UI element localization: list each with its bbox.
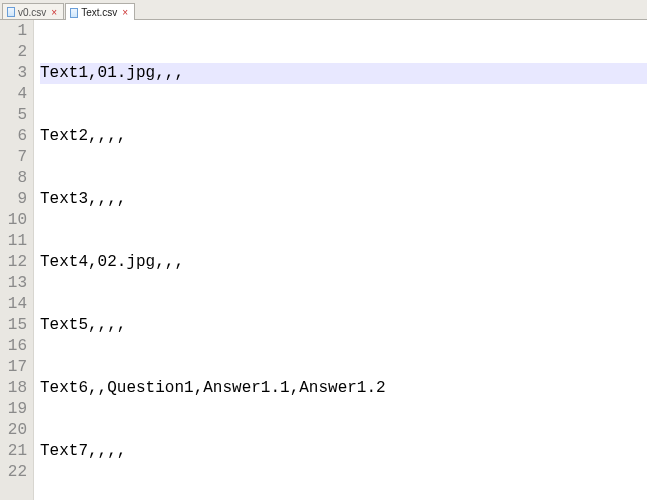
line-number: 11 — [0, 231, 27, 252]
line-number: 15 — [0, 315, 27, 336]
code-line[interactable]: Text6,,Question1,Answer1.1,Answer1.2 — [40, 378, 647, 399]
document-icon — [7, 7, 15, 17]
code-area[interactable]: Text1,01.jpg,,, Text2,,,, Text3,,,, Text… — [34, 20, 647, 500]
line-number: 22 — [0, 462, 27, 483]
line-number: 19 — [0, 399, 27, 420]
line-number: 14 — [0, 294, 27, 315]
line-number: 6 — [0, 126, 27, 147]
code-line[interactable]: Text4,02.jpg,,, — [40, 252, 647, 273]
line-number: 2 — [0, 42, 27, 63]
line-number: 18 — [0, 378, 27, 399]
code-line[interactable]: Text2,,,, — [40, 126, 647, 147]
line-number: 8 — [0, 168, 27, 189]
tab-v0csv[interactable]: v0.csv × — [2, 3, 64, 19]
code-line[interactable]: Text5,,,, — [40, 315, 647, 336]
editor: 1 2 3 4 5 6 7 8 9 10 11 12 13 14 15 16 1… — [0, 20, 647, 500]
line-number: 1 — [0, 21, 27, 42]
line-number: 12 — [0, 252, 27, 273]
line-number: 21 — [0, 441, 27, 462]
tab-label: v0.csv — [18, 7, 46, 18]
tab-bar: v0.csv × Text.csv × — [0, 0, 647, 20]
close-icon[interactable]: × — [51, 7, 57, 18]
line-number: 10 — [0, 210, 27, 231]
line-number: 13 — [0, 273, 27, 294]
document-icon — [70, 8, 78, 18]
line-number: 16 — [0, 336, 27, 357]
line-number-gutter: 1 2 3 4 5 6 7 8 9 10 11 12 13 14 15 16 1… — [0, 20, 34, 500]
tab-label: Text.csv — [81, 7, 117, 18]
line-number: 20 — [0, 420, 27, 441]
line-number: 7 — [0, 147, 27, 168]
line-number: 9 — [0, 189, 27, 210]
code-line[interactable]: Text3,,,, — [40, 189, 647, 210]
line-number: 5 — [0, 105, 27, 126]
close-icon[interactable]: × — [122, 7, 128, 18]
line-number: 4 — [0, 84, 27, 105]
line-number: 17 — [0, 357, 27, 378]
line-number: 3 — [0, 63, 27, 84]
code-line[interactable]: Text1,01.jpg,,, — [40, 63, 647, 84]
code-line[interactable]: Text7,,,, — [40, 441, 647, 462]
tab-textcsv[interactable]: Text.csv × — [65, 3, 135, 20]
